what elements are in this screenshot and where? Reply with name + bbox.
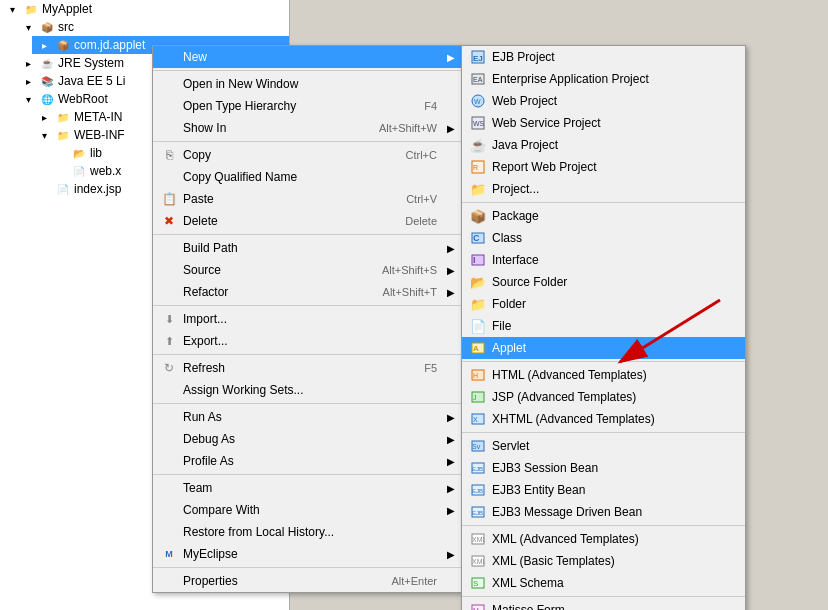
submenu-item-file[interactable]: 📄 File (462, 315, 745, 337)
menu-item-open-window[interactable]: Open in New Window (153, 73, 461, 95)
class-icon: C (470, 230, 486, 246)
expand-icon (4, 1, 20, 17)
menu-item-restore-history[interactable]: Restore from Local History... (153, 521, 461, 543)
tree-item-myapplet[interactable]: 📁 MyApplet (0, 0, 289, 18)
expand-icon (36, 109, 52, 125)
submenu-item-ws-project[interactable]: WS Web Service Project (462, 112, 745, 134)
menu-item-compare-with[interactable]: Compare With ▶ (153, 499, 461, 521)
menu-item-type-hierarchy[interactable]: Open Type Hierarchy F4 (153, 95, 461, 117)
menu-item-paste[interactable]: 📋 Paste Ctrl+V (153, 188, 461, 210)
menu-item-show-in[interactable]: Show In Alt+Shift+W ▶ (153, 117, 461, 139)
submenu-item-web-project[interactable]: W Web Project (462, 90, 745, 112)
blank-icon (161, 453, 177, 469)
menu-item-refactor[interactable]: Refactor Alt+Shift+T ▶ (153, 281, 461, 303)
submenu-item-xml-adv[interactable]: XML XML (Advanced Templates) (462, 528, 745, 550)
menu-item-export[interactable]: ⬆ Export... (153, 330, 461, 352)
context-menu: New ▶ Open in New Window Open Type Hiera… (152, 45, 462, 593)
submenu-item-folder[interactable]: 📁 Folder (462, 293, 745, 315)
menu-item-copy[interactable]: ⎘ Copy Ctrl+C (153, 144, 461, 166)
submenu-arrow: ▶ (447, 456, 455, 467)
blank-icon (161, 524, 177, 540)
menu-item-new[interactable]: New ▶ (153, 46, 461, 68)
menu-item-build-path[interactable]: Build Path ▶ (153, 237, 461, 259)
submenu-item-java-project[interactable]: ☕ Java Project (462, 134, 745, 156)
submenu-arrow: ▶ (447, 549, 455, 560)
submenu-item-ejb-project[interactable]: EJ EJB Project (462, 46, 745, 68)
submenu-item-xhtml[interactable]: X XHTML (Advanced Templates) (462, 408, 745, 430)
submenu-item-ejb3-entity[interactable]: EJB EJB3 Entity Bean (462, 479, 745, 501)
project-icon: 📁 (23, 1, 39, 17)
submenu-item-matisse[interactable]: M Matisse Form (462, 599, 745, 610)
tree-label: lib (90, 146, 102, 160)
separator (462, 525, 745, 526)
menu-item-run-as[interactable]: Run As ▶ (153, 406, 461, 428)
xhtml-icon: X (470, 411, 486, 427)
menu-item-myeclipse[interactable]: M MyEclipse ▶ (153, 543, 461, 565)
submenu-item-source-folder[interactable]: 📂 Source Folder (462, 271, 745, 293)
separator (153, 70, 461, 71)
menu-item-refresh[interactable]: ↻ Refresh F5 (153, 357, 461, 379)
blank-icon (161, 76, 177, 92)
indent-spacer (36, 181, 52, 197)
menu-item-assign-working-sets[interactable]: Assign Working Sets... (153, 379, 461, 401)
separator (153, 403, 461, 404)
menu-item-copy-qualified[interactable]: Copy Qualified Name (153, 166, 461, 188)
svg-text:EJB: EJB (472, 510, 483, 516)
menu-item-debug-as[interactable]: Debug As ▶ (153, 428, 461, 450)
submenu-item-servlet[interactable]: Sv Servlet (462, 435, 745, 457)
menu-item-profile-as[interactable]: Profile As ▶ (153, 450, 461, 472)
svg-text:XML: XML (472, 558, 485, 565)
submenu-item-html[interactable]: H HTML (Advanced Templates) (462, 364, 745, 386)
tree-label: MyApplet (42, 2, 92, 16)
ejb-project-icon: EJ (470, 49, 486, 65)
svg-text:EJ: EJ (473, 54, 483, 63)
svg-text:S: S (473, 579, 478, 588)
tree-label: src (58, 20, 74, 34)
jre-icon: ☕ (39, 55, 55, 71)
indent-spacer (52, 163, 68, 179)
submenu-item-class[interactable]: C Class (462, 227, 745, 249)
svg-text:Sv: Sv (472, 443, 481, 450)
xml-schema-icon: S (470, 575, 486, 591)
tree-label: WEB-INF (74, 128, 125, 142)
menu-item-import[interactable]: ⬇ Import... (153, 308, 461, 330)
tree-label: index.jsp (74, 182, 121, 196)
submenu-item-xml-schema[interactable]: S XML Schema (462, 572, 745, 594)
refresh-icon: ↻ (161, 360, 177, 376)
submenu-item-ear-project[interactable]: EA Enterprise Application Project (462, 68, 745, 90)
submenu-item-ejb3-message[interactable]: EJB EJB3 Message Driven Bean (462, 501, 745, 523)
file-icon: 📄 (470, 318, 486, 334)
submenu-item-applet[interactable]: A Applet (462, 337, 745, 359)
submenu-item-ejb3-session[interactable]: EJB EJB3 Session Bean (462, 457, 745, 479)
menu-item-team[interactable]: Team ▶ (153, 477, 461, 499)
ejb3-message-icon: EJB (470, 504, 486, 520)
webroot-icon: 🌐 (39, 91, 55, 107)
submenu-arrow: ▶ (447, 265, 455, 276)
jsp-file-icon: 📄 (55, 181, 71, 197)
lib-folder-icon: 📂 (71, 145, 87, 161)
submenu-arrow: ▶ (447, 243, 455, 254)
xml-file-icon: 📄 (71, 163, 87, 179)
matisse-icon: M (470, 602, 486, 610)
src-folder-icon: 📦 (39, 19, 55, 35)
blank-icon (161, 431, 177, 447)
export-icon: ⬆ (161, 333, 177, 349)
submenu-item-package[interactable]: 📦 Package (462, 205, 745, 227)
submenu-item-project-generic[interactable]: 📁 Project... (462, 178, 745, 200)
menu-item-source[interactable]: Source Alt+Shift+S ▶ (153, 259, 461, 281)
applet-icon: A (470, 340, 486, 356)
menu-item-delete[interactable]: ✖ Delete Delete (153, 210, 461, 232)
separator (153, 305, 461, 306)
copy-icon: ⎘ (161, 147, 177, 163)
submenu-item-interface[interactable]: I Interface (462, 249, 745, 271)
blank-icon (161, 573, 177, 589)
tree-item-src[interactable]: 📦 src (16, 18, 289, 36)
menu-item-properties[interactable]: Properties Alt+Enter (153, 570, 461, 592)
submenu-item-report-project[interactable]: R Report Web Project (462, 156, 745, 178)
expand-icon (20, 91, 36, 107)
tree-label: JRE System (58, 56, 124, 70)
ear-project-icon: EA (470, 71, 486, 87)
submenu-item-jsp[interactable]: J JSP (Advanced Templates) (462, 386, 745, 408)
package-icon: 📦 (470, 208, 486, 224)
submenu-item-xml-basic[interactable]: XML XML (Basic Templates) (462, 550, 745, 572)
